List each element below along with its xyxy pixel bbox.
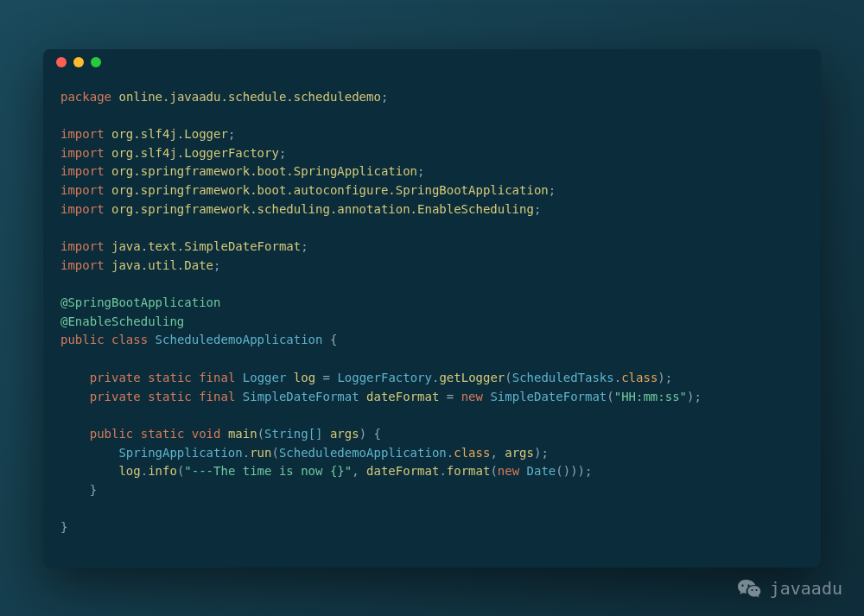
type-string-array: String[] (264, 427, 322, 441)
keyword-class: class (111, 333, 148, 346)
var-log: log (118, 464, 140, 478)
class-literal: class (621, 371, 658, 384)
keyword-new: new (498, 464, 519, 478)
close-button[interactable] (56, 57, 67, 67)
keyword-public: public (90, 427, 134, 441)
class-name: ScheduledemoApplication (156, 333, 323, 346)
package-path: online.javaadu.schedule.scheduledemo (118, 90, 380, 104)
import-path: org.springframework.boot.SpringApplicati… (111, 164, 417, 178)
var-dateformat: dateFormat (366, 390, 439, 403)
keyword-import: import (60, 146, 105, 160)
var-log: log (294, 371, 315, 384)
keyword-static: static (148, 390, 192, 403)
import-path: org.springframework.scheduling.annotatio… (111, 202, 534, 216)
type-scheduledtasks: ScheduledTasks (512, 371, 614, 384)
method-info: info (148, 464, 177, 478)
code-window: package online.javaadu.schedule.schedule… (43, 49, 821, 568)
method-run: run (250, 446, 271, 460)
keyword-new: new (461, 390, 483, 403)
window-titlebar (43, 49, 821, 75)
class-literal: class (454, 446, 490, 460)
keyword-private: private (90, 371, 141, 384)
var-dateformat: dateFormat (366, 464, 439, 478)
type-scheduledemoapp: ScheduledemoApplication (279, 446, 447, 460)
import-path: java.util.Date (111, 258, 213, 272)
keyword-import: import (60, 127, 105, 141)
code-content: package online.javaadu.schedule.schedule… (43, 75, 821, 551)
wechat-icon (737, 578, 761, 599)
type-sdf: SimpleDateFormat (490, 390, 607, 403)
string-logmsg: "---The time is now {}" (184, 464, 352, 478)
arg-args: args (505, 446, 534, 460)
keyword-final: final (199, 371, 235, 384)
keyword-static: static (141, 427, 185, 441)
type-springapp: SpringApplication (118, 446, 242, 460)
keyword-public: public (60, 333, 105, 346)
keyword-private: private (90, 390, 141, 403)
annotation-enablescheduling: @EnableScheduling (60, 314, 184, 328)
keyword-final: final (199, 390, 235, 403)
keyword-import: import (60, 258, 105, 272)
keyword-import: import (60, 183, 105, 197)
type-loggerfactory: LoggerFactory (337, 371, 432, 384)
annotation-springboot: @SpringBootApplication (60, 295, 220, 309)
method-main: main (228, 427, 257, 441)
import-path: org.springframework.boot.autoconfigure.S… (111, 183, 549, 197)
watermark: javaadu (737, 578, 842, 599)
type-logger: Logger (243, 371, 287, 384)
keyword-import: import (60, 239, 105, 253)
type-date: Date (527, 464, 556, 478)
keyword-void: void (192, 427, 221, 441)
keyword-import: import (60, 164, 105, 178)
keyword-import: import (60, 202, 105, 216)
keyword-package: package (60, 90, 111, 104)
method-getlogger: getLogger (439, 371, 505, 384)
param-args: args (330, 427, 359, 441)
type-sdf: SimpleDateFormat (243, 390, 359, 403)
import-path: org.slf4j.Logger (111, 127, 228, 141)
method-format: format (447, 464, 491, 478)
import-path: java.text.SimpleDateFormat (111, 239, 301, 253)
minimize-button[interactable] (73, 57, 84, 67)
maximize-button[interactable] (91, 57, 101, 67)
import-path: org.slf4j.LoggerFactory (111, 146, 279, 160)
watermark-text: javaadu (770, 578, 842, 599)
keyword-static: static (148, 371, 192, 384)
string-pattern: "HH:mm:ss" (614, 390, 687, 403)
